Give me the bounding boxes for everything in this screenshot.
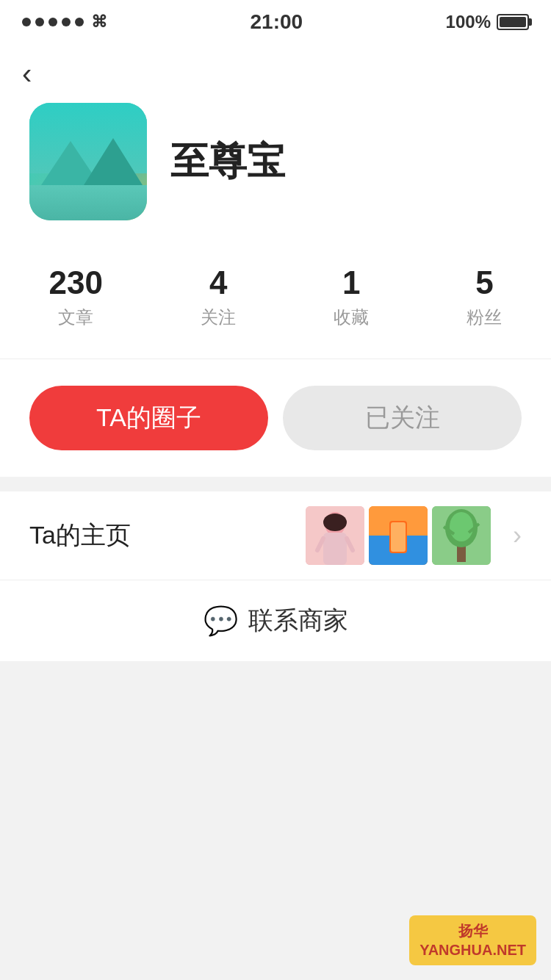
chevron-right-icon: › [513,520,522,551]
svg-point-13 [450,512,473,541]
favorites-count: 1 [342,264,360,301]
svg-point-3 [323,514,347,531]
back-row: ‹ [0,44,551,103]
signal-area: ⌘ [22,12,107,32]
profile-card: ‹ 至尊宝 230 文章 4 关注 1 收藏 5 粉丝 [0,44,551,477]
fans-count: 5 [475,264,493,301]
circle-button[interactable]: TA的圈子 [29,386,268,450]
watermark-line2: YANGHUA.NET [419,940,526,959]
avatar [29,103,147,220]
favorites-label: 收藏 [334,306,369,329]
battery-icon [497,14,529,30]
profile-section: 至尊宝 [0,103,551,250]
signal-dot-2 [35,18,44,26]
signal-dot-1 [22,18,31,26]
homepage-label: Ta的主页 [29,519,291,552]
articles-label: 文章 [58,306,93,329]
thumbnail-2 [369,506,428,565]
following-label: 关注 [201,306,236,329]
following-count: 4 [209,264,227,301]
stat-fans: 5 粉丝 [467,264,502,329]
battery-area: 100% [446,12,529,32]
wifi-icon: ⌘ [91,12,107,32]
time-display: 21:00 [250,10,303,34]
profile-name: 至尊宝 [170,136,285,187]
signal-dot-3 [48,18,57,26]
svg-rect-9 [391,522,406,552]
thumbnail-3 [432,506,491,565]
battery-percent: 100% [446,12,491,32]
svg-rect-2 [323,533,347,565]
homepage-thumbnails [306,506,491,565]
followed-button[interactable]: 已关注 [283,386,522,450]
stat-articles: 230 文章 [49,264,103,329]
signal-dot-4 [62,18,71,26]
status-bar: ⌘ 21:00 100% [0,0,551,44]
signal-dot-5 [75,18,84,26]
section-divider-1 [0,477,551,491]
chat-icon: 💬 [204,605,238,637]
contact-row[interactable]: 💬 联系商家 [0,580,551,661]
articles-count: 230 [49,264,103,301]
contact-label: 联系商家 [248,604,348,638]
watermark: 扬华 YANGHUA.NET [409,915,536,965]
action-row: TA的圈子 已关注 [0,359,551,477]
homepage-row[interactable]: Ta的主页 [0,491,551,580]
stat-following: 4 关注 [201,264,236,329]
stat-favorites: 1 收藏 [334,264,369,329]
stats-row: 230 文章 4 关注 1 收藏 5 粉丝 [0,250,551,359]
fans-label: 粉丝 [467,306,502,329]
back-button[interactable]: ‹ [22,59,32,88]
watermark-line1: 扬华 [419,921,526,940]
thumbnail-1 [306,506,364,565]
